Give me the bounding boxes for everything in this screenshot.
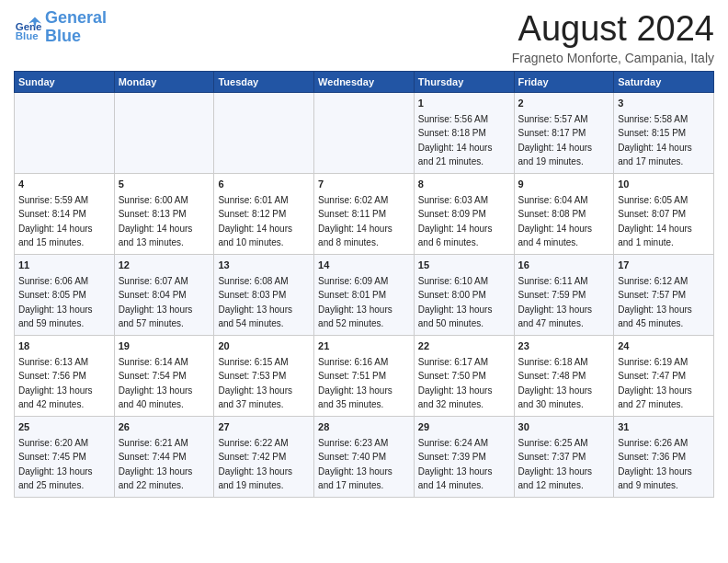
calendar-day-cell: 30Sunrise: 6:25 AMSunset: 7:37 PMDayligh… — [514, 416, 614, 497]
title-area: August 2024 Fragneto Monforte, Campania,… — [512, 9, 714, 65]
day-info: Sunrise: 6:20 AMSunset: 7:45 PMDaylight:… — [18, 438, 93, 491]
day-number: 4 — [18, 178, 110, 192]
day-number: 13 — [218, 259, 310, 273]
calendar-day-cell — [314, 93, 415, 174]
day-number: 26 — [119, 420, 210, 435]
weekday-header-monday: Monday — [114, 72, 214, 93]
day-number: 7 — [318, 178, 410, 192]
calendar-day-cell: 24Sunrise: 6:19 AMSunset: 7:47 PMDayligh… — [614, 335, 714, 416]
calendar-day-cell: 20Sunrise: 6:15 AMSunset: 7:53 PMDayligh… — [214, 335, 314, 416]
day-info: Sunrise: 6:22 AMSunset: 7:42 PMDaylight:… — [218, 438, 292, 491]
day-info: Sunrise: 6:24 AMSunset: 7:39 PMDaylight:… — [418, 438, 493, 491]
weekday-header-tuesday: Tuesday — [214, 72, 314, 93]
day-number: 12 — [119, 259, 210, 273]
calendar-day-cell: 2Sunrise: 5:57 AMSunset: 8:17 PMDaylight… — [514, 93, 614, 174]
day-number: 17 — [618, 259, 710, 273]
day-number: 25 — [18, 420, 110, 435]
day-number: 27 — [218, 420, 310, 435]
calendar-day-cell: 31Sunrise: 6:26 AMSunset: 7:36 PMDayligh… — [614, 416, 714, 497]
month-year-title: August 2024 — [512, 9, 714, 49]
weekday-header-sunday: Sunday — [15, 72, 115, 93]
weekday-header-wednesday: Wednesday — [314, 72, 415, 93]
day-number: 3 — [618, 97, 710, 111]
day-number: 10 — [618, 178, 710, 192]
calendar-week-row: 4Sunrise: 5:59 AMSunset: 8:14 PMDaylight… — [15, 173, 714, 254]
day-info: Sunrise: 6:10 AMSunset: 8:00 PMDaylight:… — [418, 276, 493, 329]
calendar-day-cell: 22Sunrise: 6:17 AMSunset: 7:50 PMDayligh… — [414, 335, 514, 416]
calendar-day-cell: 1Sunrise: 5:56 AMSunset: 8:18 PMDaylight… — [414, 93, 514, 174]
calendar-table: SundayMondayTuesdayWednesdayThursdayFrid… — [14, 71, 714, 498]
logo: General Blue General Blue — [14, 9, 107, 46]
day-info: Sunrise: 5:57 AMSunset: 8:17 PMDaylight:… — [518, 114, 593, 167]
day-number: 28 — [318, 420, 410, 435]
day-number: 9 — [518, 178, 610, 192]
day-info: Sunrise: 6:05 AMSunset: 8:07 PMDaylight:… — [618, 195, 692, 248]
calendar-day-cell — [15, 93, 115, 174]
day-number: 20 — [218, 339, 310, 354]
day-number: 5 — [119, 178, 210, 192]
calendar-day-cell: 19Sunrise: 6:14 AMSunset: 7:54 PMDayligh… — [114, 335, 214, 416]
day-info: Sunrise: 6:16 AMSunset: 7:51 PMDaylight:… — [318, 357, 392, 410]
day-number: 11 — [18, 259, 110, 273]
day-number: 6 — [218, 178, 310, 192]
day-info: Sunrise: 6:18 AMSunset: 7:48 PMDaylight:… — [518, 357, 593, 410]
calendar-day-cell: 3Sunrise: 5:58 AMSunset: 8:15 PMDaylight… — [614, 93, 714, 174]
location-subtitle: Fragneto Monforte, Campania, Italy — [512, 51, 714, 65]
calendar-week-row: 18Sunrise: 6:13 AMSunset: 7:56 PMDayligh… — [15, 335, 714, 416]
calendar-day-cell: 6Sunrise: 6:01 AMSunset: 8:12 PMDaylight… — [214, 173, 314, 254]
day-info: Sunrise: 6:09 AMSunset: 8:01 PMDaylight:… — [318, 276, 392, 329]
calendar-day-cell: 18Sunrise: 6:13 AMSunset: 7:56 PMDayligh… — [15, 335, 115, 416]
logo-icon: General Blue — [14, 14, 41, 41]
calendar-day-cell: 12Sunrise: 6:07 AMSunset: 8:04 PMDayligh… — [114, 254, 214, 335]
calendar-day-cell: 8Sunrise: 6:03 AMSunset: 8:09 PMDaylight… — [414, 173, 514, 254]
day-info: Sunrise: 6:21 AMSunset: 7:44 PMDaylight:… — [119, 438, 193, 491]
weekday-header-thursday: Thursday — [414, 72, 514, 93]
calendar-day-cell: 26Sunrise: 6:21 AMSunset: 7:44 PMDayligh… — [114, 416, 214, 497]
day-number: 23 — [518, 339, 610, 354]
day-info: Sunrise: 6:12 AMSunset: 7:57 PMDaylight:… — [618, 276, 692, 329]
day-info: Sunrise: 6:00 AMSunset: 8:13 PMDaylight:… — [119, 195, 193, 248]
day-info: Sunrise: 6:26 AMSunset: 7:36 PMDaylight:… — [618, 438, 692, 491]
calendar-day-cell: 16Sunrise: 6:11 AMSunset: 7:59 PMDayligh… — [514, 254, 614, 335]
day-info: Sunrise: 6:15 AMSunset: 7:53 PMDaylight:… — [218, 357, 292, 410]
calendar-day-cell — [214, 93, 314, 174]
page-header: General Blue General Blue August 2024 Fr… — [14, 9, 714, 65]
calendar-day-cell: 5Sunrise: 6:00 AMSunset: 8:13 PMDaylight… — [114, 173, 214, 254]
svg-text:Blue: Blue — [16, 30, 39, 41]
weekday-header-friday: Friday — [514, 72, 614, 93]
day-number: 24 — [618, 339, 710, 354]
day-number: 29 — [418, 420, 510, 435]
day-info: Sunrise: 6:23 AMSunset: 7:40 PMDaylight:… — [318, 438, 392, 491]
calendar-day-cell: 9Sunrise: 6:04 AMSunset: 8:08 PMDaylight… — [514, 173, 614, 254]
weekday-header-row: SundayMondayTuesdayWednesdayThursdayFrid… — [15, 72, 714, 93]
calendar-day-cell: 21Sunrise: 6:16 AMSunset: 7:51 PMDayligh… — [314, 335, 415, 416]
day-info: Sunrise: 6:07 AMSunset: 8:04 PMDaylight:… — [119, 276, 193, 329]
calendar-day-cell: 23Sunrise: 6:18 AMSunset: 7:48 PMDayligh… — [514, 335, 614, 416]
day-info: Sunrise: 6:02 AMSunset: 8:11 PMDaylight:… — [318, 195, 392, 248]
day-number: 2 — [518, 97, 610, 111]
day-number: 31 — [618, 420, 710, 435]
day-number: 14 — [318, 259, 410, 273]
day-number: 15 — [418, 259, 510, 273]
day-info: Sunrise: 6:17 AMSunset: 7:50 PMDaylight:… — [418, 357, 493, 410]
calendar-day-cell: 7Sunrise: 6:02 AMSunset: 8:11 PMDaylight… — [314, 173, 415, 254]
day-number: 22 — [418, 339, 510, 354]
calendar-day-cell: 27Sunrise: 6:22 AMSunset: 7:42 PMDayligh… — [214, 416, 314, 497]
logo-text: General Blue — [45, 9, 107, 46]
weekday-header-saturday: Saturday — [614, 72, 714, 93]
day-number: 18 — [18, 339, 110, 354]
calendar-day-cell — [114, 93, 214, 174]
day-info: Sunrise: 6:01 AMSunset: 8:12 PMDaylight:… — [218, 195, 292, 248]
calendar-day-cell: 4Sunrise: 5:59 AMSunset: 8:14 PMDaylight… — [15, 173, 115, 254]
calendar-day-cell: 29Sunrise: 6:24 AMSunset: 7:39 PMDayligh… — [414, 416, 514, 497]
day-info: Sunrise: 6:14 AMSunset: 7:54 PMDaylight:… — [119, 357, 193, 410]
calendar-day-cell: 15Sunrise: 6:10 AMSunset: 8:00 PMDayligh… — [414, 254, 514, 335]
day-info: Sunrise: 6:11 AMSunset: 7:59 PMDaylight:… — [518, 276, 593, 329]
calendar-day-cell: 28Sunrise: 6:23 AMSunset: 7:40 PMDayligh… — [314, 416, 415, 497]
day-number: 21 — [318, 339, 410, 354]
calendar-day-cell: 13Sunrise: 6:08 AMSunset: 8:03 PMDayligh… — [214, 254, 314, 335]
day-info: Sunrise: 6:06 AMSunset: 8:05 PMDaylight:… — [18, 276, 93, 329]
day-number: 8 — [418, 178, 510, 192]
day-info: Sunrise: 6:13 AMSunset: 7:56 PMDaylight:… — [18, 357, 93, 410]
day-info: Sunrise: 6:04 AMSunset: 8:08 PMDaylight:… — [518, 195, 593, 248]
